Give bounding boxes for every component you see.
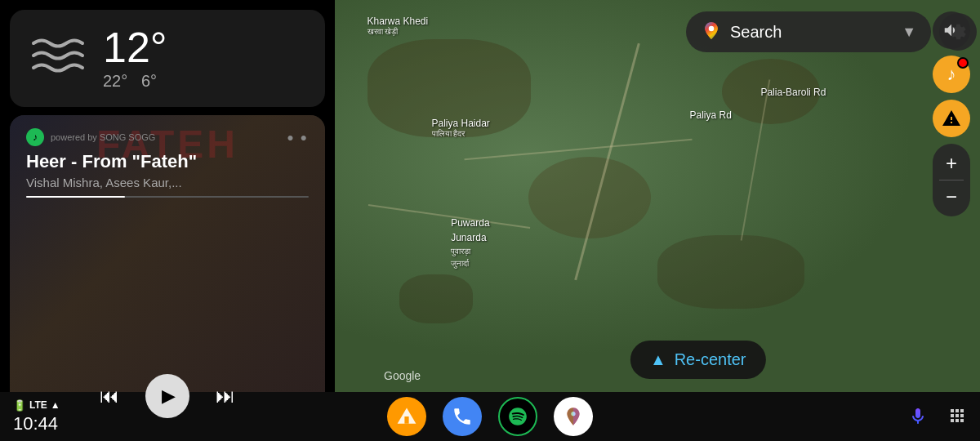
map-label-palia-baroli: Palia-Baroli Rd — [760, 87, 826, 98]
volume-icon — [942, 21, 960, 39]
next-button[interactable]: ⏭ — [216, 385, 235, 408]
prev-button[interactable]: ⏮ — [100, 385, 119, 408]
weather-info: 12° 22° 6° — [103, 26, 167, 91]
map-label-paliya-rd: Paliya Rd — [690, 109, 732, 121]
grid-icon — [947, 404, 967, 424]
grid-menu-button[interactable] — [947, 404, 967, 429]
search-bar[interactable]: Search ▼ — [686, 11, 931, 52]
map-right-controls: ♪ + − — [933, 11, 970, 216]
bottom-right-controls — [866, 400, 980, 433]
microphone-icon — [908, 407, 928, 426]
navigation-arrow-icon: ▲ — [650, 350, 666, 369]
music-progress-bar[interactable] — [26, 196, 309, 198]
warning-button[interactable] — [933, 100, 970, 137]
gmaps-icon — [563, 406, 584, 427]
play-icon: ▶ — [162, 385, 176, 407]
music-artist: Vishal Mishra, Asees Kaur,... — [26, 176, 309, 189]
play-button[interactable]: ▶ — [145, 374, 189, 418]
phone-app-icon[interactable] — [443, 397, 482, 436]
weather-card: 12° 22° 6° — [10, 10, 325, 107]
volume-button[interactable] — [933, 11, 970, 49]
phone-icon — [452, 406, 473, 427]
spotify-app-icon: ♪ — [26, 128, 44, 146]
map-label-paliya-haidar: Paliya Haidarपालिया हैदर — [432, 118, 490, 139]
map-area[interactable]: Kharwa Khediखरवा खेड़ी Paliya Haidarपालि… — [335, 0, 980, 392]
music-note-icon: ♪ — [947, 64, 956, 85]
temp-range: 22° 6° — [103, 72, 167, 91]
notification-button[interactable]: ♪ — [933, 56, 970, 93]
music-title: Heer - From "Fateh" — [26, 151, 309, 172]
google-maps-app-icon[interactable] — [554, 397, 593, 436]
zoom-out-button[interactable]: − — [933, 180, 970, 213]
vlc-icon — [395, 405, 418, 428]
google-watermark: Google — [384, 369, 421, 382]
current-temp: 12° — [103, 26, 167, 69]
svg-rect-2 — [404, 416, 408, 424]
zoom-controls: + − — [933, 144, 970, 216]
search-text: Search — [730, 23, 893, 42]
map-background: Kharwa Khediखरवा खेड़ी Paliya Haidarपालि… — [335, 0, 980, 392]
search-chevron-icon: ▼ — [902, 24, 916, 41]
music-source: powered by SONG SOGG — [51, 132, 280, 142]
maps-pin-icon — [701, 21, 722, 42]
voice-button[interactable] — [902, 400, 934, 433]
recenter-label: Re-center — [675, 350, 746, 369]
svg-point-0 — [709, 26, 715, 31]
battery-icon: 🔋 — [13, 399, 26, 412]
warning-icon — [942, 109, 961, 128]
recenter-button[interactable]: ▲ Re-center — [630, 341, 766, 379]
map-label-kharwa: Kharwa Khediखरवा खेड़ी — [368, 16, 429, 37]
weather-icon — [29, 31, 87, 87]
music-card: FATEH ♪ powered by SONG SOGG ● ● Heer - … — [10, 115, 325, 431]
vlc-app-icon[interactable] — [387, 397, 426, 436]
map-label-puwarda: PuwardaJunardaपुवारड़ाजुनार्दा — [451, 216, 489, 270]
notification-dot — [957, 57, 969, 69]
music-controls: ⏮ ▶ ⏭ — [26, 374, 309, 418]
spotify-icon — [507, 406, 528, 427]
left-panel: 12° 22° 6° FATEH ♪ powered by SONG SOGG … — [0, 0, 335, 441]
spotify-app-icon[interactable] — [498, 397, 537, 436]
zoom-in-button[interactable]: + — [933, 147, 970, 180]
